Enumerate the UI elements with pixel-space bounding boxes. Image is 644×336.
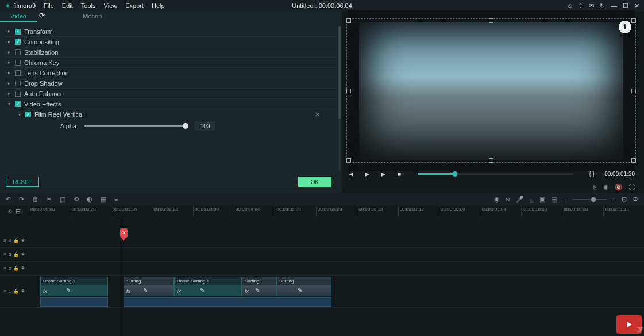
alpha-value[interactable]: 100: [195, 121, 215, 131]
checkbox-compositing[interactable]: ✓: [15, 39, 21, 45]
panel-dropshadow[interactable]: ▸Drop Shadow: [5, 78, 336, 89]
checkbox-autoenhance[interactable]: [15, 91, 21, 97]
panel-autoenhance[interactable]: ▸Auto Enhance: [5, 89, 336, 99]
zoom-slider[interactable]: [572, 199, 607, 200]
panel-videoeffects[interactable]: ▾✓Video Effects: [5, 99, 336, 109]
next-frame-icon[interactable]: ▶: [380, 171, 387, 177]
settings-icon[interactable]: ⚙: [633, 196, 638, 203]
clip[interactable]: Surfingfx✎: [242, 277, 276, 296]
checkbox-videoeffects[interactable]: ✓: [15, 101, 21, 107]
audio-clip[interactable]: [124, 297, 331, 307]
user-icon[interactable]: ⎋: [568, 2, 572, 9]
undo-icon[interactable]: ↶: [6, 196, 11, 203]
track-1[interactable]: Drone Surfing 1fx✎ Surfingfx✎ Drone Surf…: [29, 276, 644, 308]
menu-edit[interactable]: Edit: [62, 2, 73, 9]
track-2[interactable]: [29, 262, 644, 276]
track-label-4[interactable]: ≡4 🔒 👁: [0, 234, 29, 248]
snapshot-icon[interactable]: ◉: [603, 184, 609, 192]
menu-tools[interactable]: Tools: [81, 2, 96, 9]
audio-clip[interactable]: [40, 297, 108, 307]
timeline-ruler[interactable]: 00:00:00:00 00:00:00:20 00:00:01:16 00:0…: [29, 205, 644, 217]
effect-row[interactable]: ▾ ✓ Film Reel Vertical ✕: [5, 109, 336, 120]
stop-icon[interactable]: ■: [396, 171, 403, 177]
checkbox-effect[interactable]: ✓: [25, 112, 31, 117]
playhead[interactable]: ✕: [124, 217, 124, 336]
resize-handle[interactable]: [346, 18, 351, 23]
panel-compositing[interactable]: ▸✓Compositing: [5, 37, 336, 47]
resize-handle[interactable]: [489, 158, 493, 163]
panel-scrollbar[interactable]: [338, 26, 341, 171]
close-icon[interactable]: ✕: [634, 2, 639, 10]
fit-icon[interactable]: ⊡: [622, 196, 627, 203]
link-icon[interactable]: ⎋: [8, 208, 12, 215]
play-icon[interactable]: ▶: [364, 171, 371, 177]
panel-stabilization[interactable]: ▸Stabilization: [5, 47, 336, 58]
progress-bar[interactable]: [418, 173, 573, 175]
playhead-head-icon[interactable]: ✕: [120, 228, 128, 238]
panel-lenscorrection[interactable]: ▸Lens Correction: [5, 68, 336, 78]
mute-icon[interactable]: 🔇: [615, 184, 623, 192]
selection-frame[interactable]: [346, 18, 636, 163]
tracks-icon[interactable]: ⊟: [16, 208, 21, 215]
color-icon[interactable]: ◐: [87, 196, 92, 203]
checkbox-chromakey[interactable]: [15, 60, 21, 66]
reset-button[interactable]: RESET: [6, 177, 39, 187]
progress-thumb[interactable]: [453, 171, 458, 177]
tab-motion[interactable]: Motion: [72, 12, 112, 22]
checkbox-lenscorrection[interactable]: [15, 70, 21, 76]
info-icon[interactable]: i: [619, 21, 631, 33]
magnet-icon[interactable]: ⊍: [506, 196, 510, 203]
panel-chromakey[interactable]: ▸Chroma Key: [5, 58, 336, 68]
menu-help[interactable]: Help: [152, 2, 165, 9]
mail-icon[interactable]: ✉: [589, 2, 594, 10]
track-label-2[interactable]: ≡2 🔒 👁: [0, 262, 29, 276]
crop-icon[interactable]: ◫: [60, 196, 65, 203]
track-3[interactable]: [29, 248, 644, 262]
track-label-3[interactable]: ≡3 🔒 👁: [0, 248, 29, 262]
list-icon[interactable]: ≡: [114, 196, 118, 203]
clip[interactable]: Drone Surfing 1fx✎: [174, 277, 242, 296]
checkbox-dropshadow[interactable]: [15, 81, 21, 86]
zoom-thumb[interactable]: [591, 197, 596, 202]
clip[interactable]: Surfing✎: [276, 277, 331, 296]
popout-icon[interactable]: ⎘: [593, 184, 597, 192]
render-icon[interactable]: ▤: [551, 196, 557, 203]
maximize-icon[interactable]: ☐: [623, 2, 628, 10]
zoom-in-icon[interactable]: +: [612, 196, 616, 203]
preview-area[interactable]: i: [344, 16, 638, 165]
resize-handle[interactable]: [631, 18, 636, 23]
greenscreen-icon[interactable]: ▦: [101, 196, 106, 203]
checkbox-transform[interactable]: ✓: [15, 29, 21, 35]
resize-handle[interactable]: [489, 18, 493, 23]
resize-handle[interactable]: [631, 89, 636, 93]
speed-icon[interactable]: ⟲: [74, 196, 79, 203]
fullscreen-icon[interactable]: ⛶: [628, 184, 635, 192]
minimize-icon[interactable]: —: [611, 2, 617, 9]
resize-handle[interactable]: [346, 89, 351, 93]
clip[interactable]: Drone Surfing 1fx✎: [40, 277, 108, 296]
notify-icon[interactable]: ↻: [600, 2, 605, 10]
panel-transform[interactable]: ▸✓Transform: [5, 26, 336, 37]
track-label-1[interactable]: ≡1 🔒 👁: [0, 276, 29, 308]
zoom-out-icon[interactable]: −: [562, 196, 566, 203]
prev-frame-icon[interactable]: ◄: [348, 171, 354, 177]
delete-icon[interactable]: 🗑: [32, 196, 38, 203]
record-icon[interactable]: ◉: [494, 196, 500, 203]
ok-button[interactable]: OK: [298, 177, 331, 187]
marker-icon[interactable]: ▣: [539, 196, 545, 203]
bracket-icon[interactable]: { }: [588, 171, 595, 177]
menu-view[interactable]: View: [104, 2, 118, 9]
subscribe-badge[interactable]: ☞: [616, 315, 642, 334]
resize-handle[interactable]: [631, 158, 636, 163]
remove-effect-icon[interactable]: ✕: [315, 111, 320, 119]
alpha-slider[interactable]: [84, 125, 187, 127]
resize-handle[interactable]: [346, 158, 351, 163]
redo-icon[interactable]: ↷: [19, 196, 24, 203]
share-icon[interactable]: ⇪: [578, 2, 583, 10]
tab-video[interactable]: Video: [0, 12, 37, 22]
menu-export[interactable]: Export: [125, 2, 144, 9]
mixer-icon[interactable]: ⎁: [530, 196, 534, 203]
menu-file[interactable]: File: [44, 2, 54, 9]
checkbox-stabilization[interactable]: [15, 49, 21, 55]
cut-icon[interactable]: ✂: [47, 196, 52, 203]
